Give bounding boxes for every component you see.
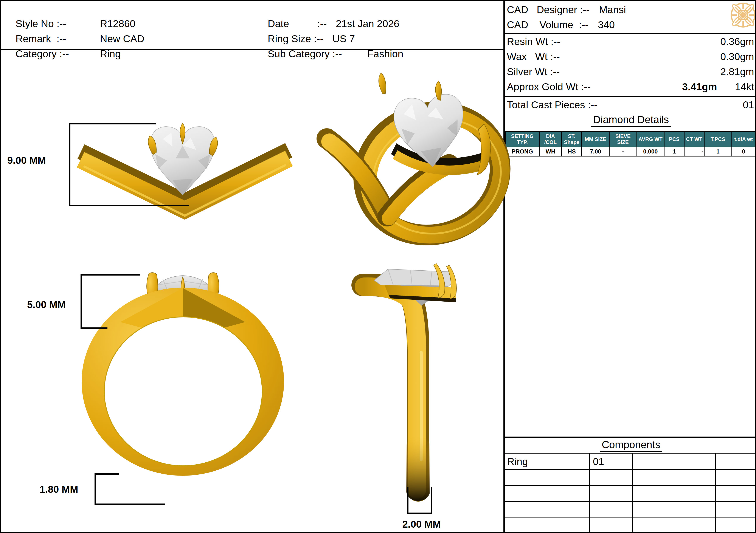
dim-18mm-line <box>94 473 119 475</box>
dim-2mm-line <box>407 513 432 514</box>
cell-t-pcs: 1 <box>704 147 732 156</box>
cad-designer-row: CAD Designer :--Mansi <box>507 3 726 17</box>
gold-wt-row: Approx Gold Wt :-- 3.41gm 14kt <box>507 80 754 94</box>
col-tdia-wt: t.dIA wt <box>732 132 755 147</box>
components-top-divider <box>505 437 756 438</box>
dim-18mm-line <box>94 503 165 505</box>
component-row: Ring 01 <box>504 453 756 469</box>
dim-9mm-line <box>69 123 70 206</box>
component-cell <box>590 469 633 486</box>
cad-volume-row: CAD Volume :--340 <box>507 18 726 32</box>
ring-render-top-view <box>55 94 303 227</box>
cell-sieve: - <box>609 147 637 156</box>
panel-divider-2 <box>505 96 756 97</box>
resin-wt-label: Resin Wt :-- <box>507 35 720 49</box>
cad-designer-value: Mansi <box>599 3 626 17</box>
dim-18mm-label: 1.80 MM <box>40 484 78 495</box>
dim-9mm-line <box>69 205 189 206</box>
dim-9mm-label: 9.00 MM <box>7 154 46 166</box>
component-cell <box>716 469 756 486</box>
component-qty: 01 <box>590 453 633 469</box>
gold-wt-value: 3.41gm <box>682 80 717 94</box>
diamond-details-data-row: PRONG WH HS 7.00 - 0.000 1 - 1 0 <box>505 147 756 156</box>
col-pcs: PCS <box>664 132 684 147</box>
cell-avrg-wt: 0.000 <box>637 147 664 156</box>
component-cell <box>590 518 633 533</box>
panel-divider-1 <box>505 33 756 34</box>
component-cell <box>716 486 756 502</box>
component-cell <box>504 518 590 533</box>
component-row <box>504 502 756 518</box>
resin-wt-row: Resin Wt :--0.36gm <box>507 35 754 49</box>
diamond-details-heading: Diamond Details <box>505 114 756 127</box>
brand-logo-icon <box>730 2 756 28</box>
dim-5mm-line <box>81 328 107 329</box>
wax-wt-value: 0.30gm <box>720 49 754 64</box>
col-t-pcs: T.PCS <box>704 132 732 147</box>
cell-ct-wt: - <box>684 147 704 156</box>
col-ct-wt: CT WT <box>684 132 704 147</box>
dim-5mm-line <box>81 274 140 276</box>
category-row: Category :--Ring <box>4 33 121 74</box>
cell-shape: HS <box>562 147 582 156</box>
diamond-details-title: Diamond Details <box>591 114 670 127</box>
dim-18mm-line <box>94 473 96 505</box>
component-cell <box>504 502 590 518</box>
ring-render-perspective-view <box>298 53 505 247</box>
component-cell <box>716 502 756 518</box>
dim-2mm-label: 2.00 MM <box>392 519 452 530</box>
component-cell <box>590 502 633 518</box>
col-dia-col: DIA /COL <box>539 132 561 147</box>
total-cast-label: Total Cast Pieces :-- <box>507 98 743 112</box>
cell-dia-col: WH <box>539 147 561 156</box>
gold-karat-value: 14kt <box>717 80 754 94</box>
header-divider <box>1 49 503 50</box>
silver-wt-label: Silver Wt :-- <box>507 65 720 79</box>
resin-wt-value: 0.36gm <box>720 35 754 49</box>
component-cell <box>633 453 716 469</box>
col-sieve-size: SIEVE SIZE <box>609 132 637 147</box>
dim-5mm-line <box>81 274 82 329</box>
dim-5mm-label: 5.00 MM <box>27 299 66 310</box>
component-cell <box>590 486 633 502</box>
cell-setting: PRONG <box>505 147 539 156</box>
component-name: Ring <box>504 453 590 469</box>
component-cell <box>716 518 756 533</box>
component-row <box>504 486 756 502</box>
wax-wt-label: Wax Wt :-- <box>507 49 720 64</box>
ring-render-front-view <box>77 266 288 484</box>
components-title: Components <box>600 439 662 452</box>
cell-tdia-wt: 0 <box>732 147 755 156</box>
diamond-details-header-row: SETTING TYP. DIA /COL ST. Shape MM SIZE … <box>505 132 756 147</box>
total-cast-value: 01 <box>743 98 754 112</box>
dim-9mm-line <box>69 123 156 124</box>
component-row <box>504 518 756 533</box>
component-row <box>504 469 756 486</box>
cad-designer-label: CAD Designer :-- <box>507 3 590 17</box>
dim-2mm-line <box>407 487 409 514</box>
wax-wt-row: Wax Wt :--0.30gm <box>507 49 754 64</box>
col-mm-size: MM SIZE <box>582 132 609 147</box>
components-heading: Components <box>505 439 756 452</box>
component-cell <box>633 502 716 518</box>
silver-wt-value: 2.81gm <box>720 65 754 79</box>
gold-wt-label: Approx Gold Wt :-- <box>507 80 682 94</box>
component-cell <box>633 486 716 502</box>
component-cell <box>504 469 590 486</box>
components-table: Ring 01 <box>503 453 756 533</box>
col-st-shape: ST. Shape <box>562 132 582 147</box>
silver-wt-row: Silver Wt :--2.81gm <box>507 65 754 79</box>
cad-spec-sheet: Style No :--R12860 Remark :--New CAD Cat… <box>0 0 756 533</box>
dim-2mm-line <box>431 487 432 514</box>
col-avrg-wt: AVRG WT <box>637 132 664 147</box>
component-cell <box>633 469 716 486</box>
cad-volume-value: 340 <box>598 18 615 32</box>
diamond-details-table: SETTING TYP. DIA /COL ST. Shape MM SIZE … <box>505 131 756 156</box>
ring-render-side-view <box>354 260 458 509</box>
cad-volume-label: CAD Volume :-- <box>507 18 588 32</box>
total-cast-row: Total Cast Pieces :--01 <box>507 98 754 112</box>
component-cell <box>716 453 756 469</box>
cell-pcs: 1 <box>664 147 684 156</box>
cell-mm-size: 7.00 <box>582 147 609 156</box>
component-cell <box>633 518 716 533</box>
